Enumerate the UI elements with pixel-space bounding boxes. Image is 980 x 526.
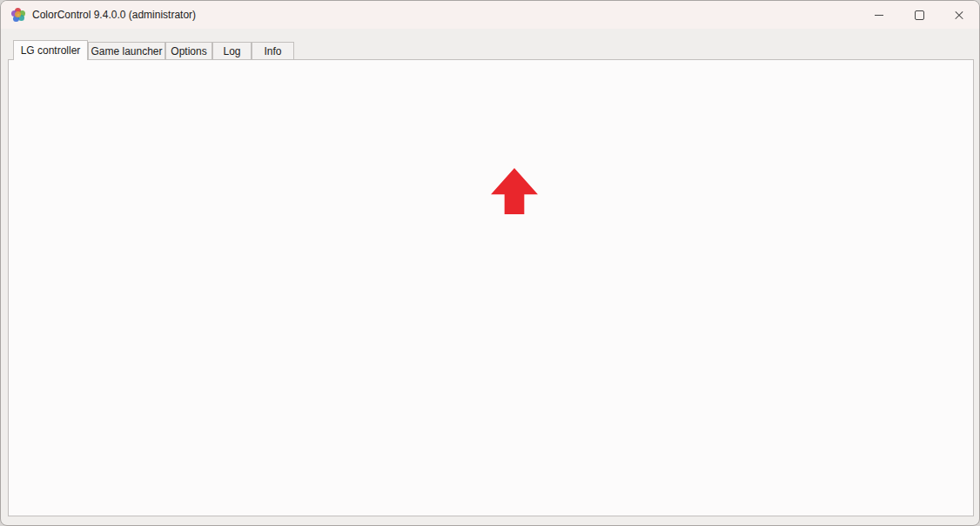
tab-label: Options [171,45,206,57]
close-icon [954,10,964,20]
app-logo-icon [11,8,25,22]
tab-log[interactable]: Log [212,42,252,59]
tab-page-lg-controller [8,59,974,516]
tab-info[interactable]: Info [252,42,294,59]
tab-label: Game launcher [91,45,162,57]
tab-label: Log [223,45,240,57]
close-button[interactable] [939,1,979,29]
tab-label: LG controller [21,44,81,57]
tab-game-launcher[interactable]: Game launcher [88,42,165,59]
tab-options[interactable]: Options [165,42,212,59]
titlebar: ColorControl 9.4.0.0 (administrator) [1,1,979,29]
minimize-button[interactable] [859,1,899,29]
maximize-icon [915,10,924,20]
app-window: ColorControl 9.4.0.0 (administrator) LG … [0,0,980,526]
maximize-button[interactable] [899,1,939,29]
window-title: ColorControl 9.4.0.0 (administrator) [32,9,196,21]
tab-label: Info [264,45,281,57]
tab-lg-controller[interactable]: LG controller [13,40,88,60]
minimize-icon [875,15,883,16]
